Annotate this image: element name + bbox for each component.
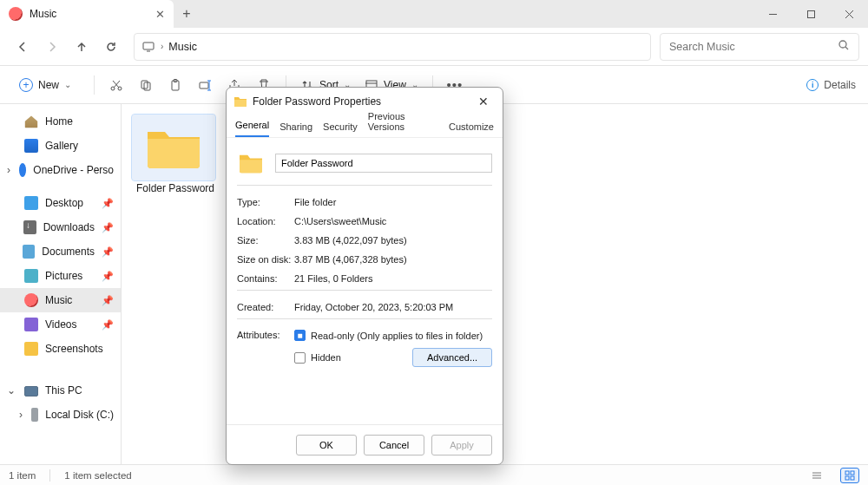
search-box[interactable] [660,33,859,61]
hidden-checkbox[interactable] [294,352,306,364]
apply-button[interactable]: Apply [431,435,492,456]
ok-button[interactable]: OK [296,435,357,456]
status-item-count: 1 item [9,470,36,481]
value-type: File folder [294,197,492,207]
search-icon[interactable] [838,39,850,54]
plus-icon: + [19,78,33,92]
svg-rect-16 [200,82,208,88]
svg-rect-26 [851,471,854,475]
readonly-checkbox[interactable]: ■ [294,330,306,341]
pc-icon [24,386,38,397]
back-button[interactable] [9,33,36,61]
label-attributes: Attributes: [237,330,294,367]
chevron-down-icon[interactable]: ⌄ [7,384,17,397]
sidebar-item-screenshots[interactable]: Screenshots [0,337,121,361]
tab-general[interactable]: General [235,120,269,137]
sidebar-item-onedrive[interactable]: ›OneDrive - Perso [0,158,121,182]
address-bar[interactable]: › Music [134,33,651,61]
status-bar: 1 item 1 item selected [0,464,868,485]
label-created: Created: [237,302,294,312]
value-size-on-disk: 3.87 MB (4,067,328 bytes) [294,254,492,265]
svg-rect-27 [845,476,849,480]
sidebar-item-gallery[interactable]: Gallery [0,134,121,158]
tab-security[interactable]: Security [323,121,358,137]
minimize-button[interactable] [753,0,792,28]
sidebar-item-thispc[interactable]: ⌄This PC [0,378,121,403]
label-size: Size: [237,235,294,246]
sidebar-item-documents[interactable]: Documents📌 [0,239,121,264]
details-pane-button[interactable]: i Details [806,79,856,91]
tab-sharing[interactable]: Sharing [279,121,312,137]
pin-icon: 📌 [102,246,114,258]
tab-music[interactable]: Music ✕ [0,0,174,28]
chevron-right-icon[interactable]: › [7,164,12,176]
separator [94,75,95,95]
label-contains: Contains: [237,273,294,284]
view-icons-button[interactable] [840,468,859,483]
rename-button[interactable] [190,70,220,100]
refresh-button[interactable] [97,33,125,61]
copy-button[interactable] [131,70,161,100]
maximize-button[interactable] [792,0,830,28]
documents-icon [23,245,35,259]
svg-rect-25 [845,471,849,475]
readonly-checkbox-row[interactable]: ■ Read-only (Only applies to files in fo… [294,330,492,341]
sidebar-item-videos[interactable]: Videos📌 [0,312,121,337]
breadcrumb-music[interactable]: Music [168,41,197,53]
hidden-checkbox-row[interactable]: Hidden [294,352,341,364]
folder-item-folder-password[interactable]: Folder Password [132,115,219,194]
pin-icon: 📌 [102,295,114,306]
dialog-close-button[interactable]: ✕ [471,95,496,108]
chevron-right-icon[interactable]: › [19,409,24,421]
folder-icon [24,342,38,356]
close-window-button[interactable] [830,0,868,28]
properties-dialog: Folder Password Properties ✕ General Sha… [226,87,503,465]
tab-customize[interactable]: Customize [449,121,494,137]
advanced-button[interactable]: Advanced... [412,348,492,367]
chevron-right-icon: › [161,42,163,51]
details-label: Details [824,79,856,91]
cut-button[interactable] [102,70,131,100]
sidebar-item-music[interactable]: Music📌 [0,288,121,312]
new-button[interactable]: + New ⌄ [12,75,78,95]
folder-name-input[interactable] [275,154,492,173]
search-input[interactable] [669,41,838,53]
pin-icon: 📌 [102,198,114,209]
new-tab-button[interactable]: + [174,6,200,22]
forward-button[interactable] [38,33,66,61]
sidebar-item-pictures[interactable]: Pictures📌 [0,264,121,288]
view-list-button[interactable] [807,468,826,483]
nav-row: › Music [0,28,868,66]
cancel-button[interactable]: Cancel [364,435,424,456]
close-tab-icon[interactable]: ✕ [153,8,167,21]
tab-previous-versions[interactable]: Previous Versions [368,111,438,137]
value-location: C:\Users\sweet\Music [294,216,492,226]
sidebar-item-localdisk[interactable]: ›Local Disk (C:) [0,403,121,427]
value-contains: 21 Files, 0 Folders [294,273,492,284]
pin-icon: 📌 [102,222,114,233]
music-icon [9,7,23,21]
sidebar-item-home[interactable]: Home [0,109,121,134]
info-icon: i [806,79,819,91]
label-type: Type: [237,197,294,207]
value-created: Friday, October 20, 2023, 5:20:03 PM [294,302,492,312]
svg-rect-1 [807,10,814,17]
hidden-label: Hidden [311,352,341,363]
status-item-selected: 1 item selected [64,470,131,481]
svg-line-7 [845,47,848,49]
sidebar-item-downloads[interactable]: Downloads📌 [0,215,121,239]
svg-point-6 [839,41,846,48]
value-size: 3.83 MB (4,022,097 bytes) [294,235,492,246]
sidebar-item-desktop[interactable]: Desktop📌 [0,191,121,215]
dialog-titlebar[interactable]: Folder Password Properties ✕ [227,88,503,115]
readonly-label: Read-only (Only applies to files in fold… [311,331,483,341]
paste-button[interactable] [161,70,190,100]
music-icon [24,293,38,307]
tab-title: Music [30,8,146,20]
folder-icon [233,95,247,108]
desktop-icon [24,196,38,210]
dialog-footer: OK Cancel Apply [227,424,503,464]
up-button[interactable] [68,33,95,61]
folder-label: Folder Password [132,182,219,194]
dialog-body: Type:File folder Location:C:\Users\sweet… [227,138,503,424]
